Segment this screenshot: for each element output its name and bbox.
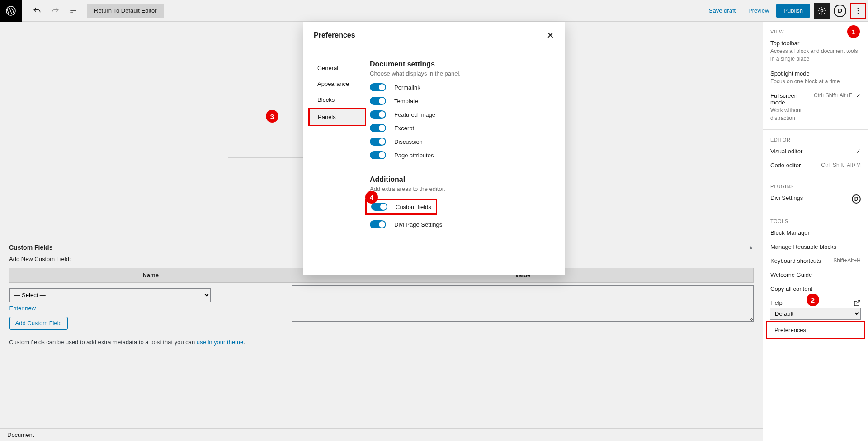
tools-group-label: TOOLS — [763, 215, 868, 226]
more-options-button[interactable] — [850, 3, 866, 19]
cf-theme-link[interactable]: use in your theme — [197, 339, 243, 346]
redo-button[interactable] — [47, 3, 63, 19]
cf-enter-new-link[interactable]: Enter new — [9, 305, 36, 312]
toggle-custom-fields[interactable] — [371, 203, 387, 211]
opt-reusable-blocks[interactable]: Manage Reusable blocks — [763, 240, 868, 254]
toggle-featured-label: Featured image — [394, 111, 435, 118]
svg-point-3 — [858, 10, 859, 11]
additional-desc: Add extra areas to the editor. — [370, 185, 547, 192]
toggle-permalink[interactable] — [370, 83, 386, 91]
tab-panels[interactable]: Panels — [308, 108, 366, 126]
editor-group-label: EDITOR — [763, 133, 868, 144]
custom-fields-heading: Custom Fields — [9, 244, 52, 251]
toggle-excerpt-label: Excerpt — [394, 125, 414, 132]
opt-block-manager[interactable]: Block Manager — [763, 226, 868, 240]
svg-point-4 — [858, 13, 859, 14]
divi-icon-button[interactable]: D — [834, 5, 846, 17]
document-footer[interactable]: Document — [0, 428, 763, 441]
toggle-divi-page-label: Divi Page Settings — [394, 221, 442, 228]
toggle-discussion[interactable] — [370, 138, 386, 146]
cf-name-select[interactable]: — Select — — [9, 288, 211, 302]
toggle-template[interactable] — [370, 97, 386, 105]
doc-settings-title: Document settings — [370, 60, 547, 68]
svg-point-2 — [858, 7, 859, 9]
options-dropdown-menu: VIEW Top toolbar Access all block and do… — [763, 22, 868, 441]
preview-link[interactable]: Preview — [743, 4, 774, 18]
step-badge-4: 4 — [365, 191, 378, 204]
toggle-page-attrs-label: Page attributes — [394, 152, 434, 159]
toggle-template-label: Template — [394, 98, 418, 104]
toggle-permalink-label: Permalink — [394, 84, 420, 91]
sidebar-page-template-select[interactable]: Default — [770, 308, 861, 320]
svg-point-1 — [821, 9, 823, 12]
modal-tab-list: General Appearance Blocks Panels — [303, 57, 366, 263]
opt-spotlight[interactable]: Spotlight mode Focus on one block at a t… — [763, 66, 868, 89]
cf-value-textarea[interactable] — [292, 285, 754, 322]
add-custom-field-button[interactable]: Add Custom Field — [9, 317, 68, 330]
wordpress-logo[interactable] — [0, 0, 22, 22]
modal-title: Preferences — [314, 31, 355, 39]
opt-visual-editor[interactable]: Visual editor ✓ — [763, 144, 868, 158]
toggle-divi-page[interactable] — [370, 220, 386, 228]
editor-topbar: Return To Default Editor Save draft Prev… — [0, 0, 868, 22]
panel-collapse-icon[interactable]: ▲ — [748, 244, 754, 251]
modal-panel-content: Document settings Choose what displays i… — [366, 57, 565, 263]
doc-settings-desc: Choose what displays in the panel. — [370, 70, 547, 77]
opt-divi-settings[interactable]: Divi Settings D — [763, 191, 868, 207]
cf-col-name: Name — [9, 268, 292, 283]
opt-fullscreen[interactable]: Fullscreen mode Work without distraction… — [763, 89, 868, 126]
divi-icon: D — [852, 194, 861, 204]
return-default-editor-button[interactable]: Return To Default Editor — [87, 4, 164, 18]
toggle-custom-fields-label: Custom fields — [396, 204, 431, 210]
step-badge-1: 1 — [847, 25, 860, 38]
check-icon: ✓ — [856, 92, 861, 99]
opt-preferences[interactable]: Preferences — [766, 321, 865, 339]
additional-title: Additional — [370, 175, 547, 184]
tab-blocks[interactable]: Blocks — [303, 92, 366, 108]
opt-keyboard-shortcuts[interactable]: Keyboard shortcuts Shift+Alt+H — [763, 254, 868, 268]
toggle-excerpt[interactable] — [370, 124, 386, 132]
undo-button[interactable] — [29, 3, 45, 19]
opt-code-editor[interactable]: Code editor Ctrl+Shift+Alt+M — [763, 158, 868, 172]
cf-hint-text: Custom fields can be used to add extra m… — [9, 339, 754, 346]
publish-button[interactable]: Publish — [776, 4, 810, 18]
opt-welcome-guide[interactable]: Welcome Guide — [763, 268, 868, 282]
check-icon: ✓ — [856, 148, 861, 155]
toggle-featured-image[interactable] — [370, 110, 386, 119]
toggle-page-attributes[interactable] — [370, 151, 386, 159]
opt-copy-all[interactable]: Copy all content — [763, 282, 868, 296]
details-button[interactable] — [65, 3, 81, 19]
opt-top-toolbar[interactable]: Top toolbar Access all block and documen… — [763, 36, 868, 66]
tab-general[interactable]: General — [303, 60, 366, 76]
step-badge-3: 3 — [266, 110, 278, 123]
settings-gear-button[interactable] — [814, 3, 830, 19]
step-badge-2: 2 — [807, 294, 819, 306]
preferences-modal: Preferences ✕ General Appearance Blocks … — [303, 22, 565, 275]
save-draft-link[interactable]: Save draft — [703, 4, 741, 18]
tab-appearance[interactable]: Appearance — [303, 76, 366, 92]
plugins-group-label: PLUGINS — [763, 180, 868, 191]
toggle-discussion-label: Discussion — [394, 138, 423, 145]
modal-close-button[interactable]: ✕ — [547, 31, 554, 40]
